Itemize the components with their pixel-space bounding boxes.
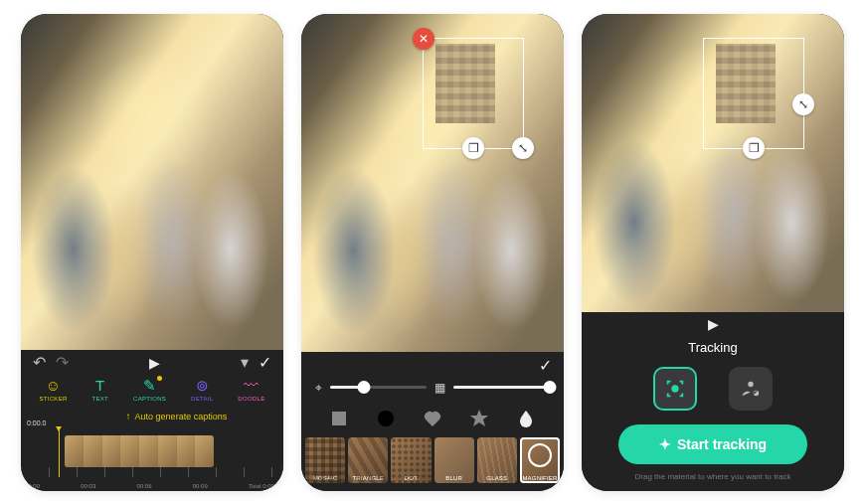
style-glass[interactable]: GLASS <box>477 437 517 483</box>
shape-square[interactable] <box>328 408 350 429</box>
confirm-button[interactable]: ✓ <box>259 353 271 372</box>
style-blur[interactable]: BLUR <box>434 437 474 483</box>
clone-handle[interactable]: ❐ <box>462 137 484 159</box>
shape-heart[interactable] <box>422 408 443 429</box>
timeline-ruler <box>21 467 283 477</box>
shape-drop[interactable] <box>515 408 537 429</box>
sparkle-icon: ✦ <box>659 436 671 452</box>
callout-text: Auto generate captions <box>135 412 228 421</box>
tracking-modes <box>582 363 844 424</box>
size-icon: ⌖ <box>315 381 322 395</box>
tool-detail[interactable]: ⊚ DETAIL <box>191 378 213 402</box>
shape-circle[interactable] <box>375 408 397 429</box>
captions-callout: ↑ Auto generate captions <box>21 408 283 427</box>
intensity-slider-thumb[interactable] <box>544 381 557 394</box>
video-preview[interactable]: ⤡ ❐ <box>582 14 844 313</box>
intensity-icon: ▦ <box>434 381 445 395</box>
size-slider[interactable] <box>330 386 427 389</box>
resize-handle[interactable]: ⤡ <box>792 93 814 115</box>
tracking-panel: ▶ Tracking ✦ Start tracking Drag the mat… <box>582 312 844 490</box>
style-magnifier[interactable]: MAGNIFIER <box>520 437 560 483</box>
tracking-title: Tracking <box>582 336 844 363</box>
tool-label: TEXT <box>92 396 109 402</box>
video-preview[interactable]: ✕ ⤡ ❐ <box>301 14 564 352</box>
detail-icon: ⊚ <box>196 378 209 394</box>
start-label: Start tracking <box>677 436 767 452</box>
text-icon: T <box>95 378 104 394</box>
tool-sticker[interactable]: ☺ STICKER <box>39 378 67 402</box>
svg-point-0 <box>378 411 394 426</box>
tool-doodle[interactable]: 〰 DOODLE <box>238 378 264 402</box>
panel-topbar: ↶ ↷ ▶ ▾ ✓ <box>21 350 283 376</box>
play-button[interactable]: ▶ <box>708 316 719 332</box>
arrow-up-icon: ↑ <box>126 411 131 421</box>
resize-handle[interactable]: ⤡ <box>512 137 534 159</box>
tool-row: ☺ STICKER T TEXT ✎ CAPTIONS ⊚ DETAIL 〰 D… <box>21 376 283 408</box>
style-triangle[interactable]: TRIANGLE <box>348 437 388 483</box>
style-presets: MOSAIC TRIANGLE DOT BLUR GLASS MAGNIFIER <box>301 437 564 491</box>
tool-captions[interactable]: ✎ CAPTIONS <box>133 378 166 402</box>
screen-editor-toolbar: ↶ ↷ ▶ ▾ ✓ ☺ STICKER T TEXT ✎ CAPTIONS <box>21 14 283 491</box>
tracking-hint: Drag the material to where you want to t… <box>582 472 844 490</box>
shape-star[interactable] <box>468 408 490 429</box>
start-tracking-button[interactable]: ✦ Start tracking <box>618 424 807 464</box>
cursor-time: 0:00.0 <box>27 420 46 426</box>
screen-tracking: ⤡ ❐ ▶ Tracking ✦ Start tracking Drag the… <box>582 14 844 491</box>
tool-label: DOODLE <box>238 396 264 402</box>
tracking-rectangle[interactable]: ⤡ ❐ <box>703 38 804 149</box>
undo-icon[interactable]: ↶ <box>33 353 46 372</box>
confirm-button[interactable]: ✓ <box>539 356 552 370</box>
tool-label: STICKER <box>39 396 67 402</box>
timeline-labels: 00:00 00:03 00:06 00:09 Total 0:09.2 <box>21 483 283 489</box>
timeline-clip[interactable] <box>65 435 214 467</box>
style-dot[interactable]: DOT <box>391 437 431 483</box>
screen-mosaic-tool: ✕ ⤡ ❐ ✓ ⌖ ▦ MOSAIC <box>301 14 564 491</box>
size-slider-thumb[interactable] <box>357 381 370 394</box>
shapes-row <box>301 402 564 437</box>
redo-icon[interactable]: ↷ <box>56 353 69 372</box>
delete-handle[interactable]: ✕ <box>413 28 434 50</box>
tool-label: DETAIL <box>191 396 213 402</box>
video-preview[interactable] <box>21 14 283 350</box>
captions-icon: ✎ <box>143 378 156 394</box>
sliders-row: ⌖ ▦ <box>301 374 564 402</box>
sticker-icon: ☺ <box>46 378 62 394</box>
mosaic-panel: ✓ ⌖ ▦ MOSAIC TRIANGLE DOT BLUR <box>301 352 564 491</box>
tool-label: CAPTIONS <box>133 396 166 402</box>
track-mode-person[interactable] <box>729 367 773 411</box>
filter-icon[interactable]: ▾ <box>241 353 249 372</box>
track-mode-face[interactable] <box>653 367 697 411</box>
tool-text[interactable]: T TEXT <box>92 378 109 402</box>
editor-bottom-panel: ↶ ↷ ▶ ▾ ✓ ☺ STICKER T TEXT ✎ CAPTIONS <box>21 350 283 491</box>
style-mosaic[interactable]: MOSAIC <box>305 437 345 483</box>
play-button[interactable]: ▶ <box>149 355 160 371</box>
clone-handle[interactable]: ❐ <box>743 137 765 159</box>
doodle-icon: 〰 <box>244 378 259 394</box>
selection-rectangle[interactable]: ✕ ⤡ ❐ <box>423 38 524 149</box>
timeline[interactable]: 0:00.0 00:00 00:03 00:06 00:09 Total 0:0… <box>21 427 283 491</box>
intensity-slider[interactable] <box>453 386 550 389</box>
